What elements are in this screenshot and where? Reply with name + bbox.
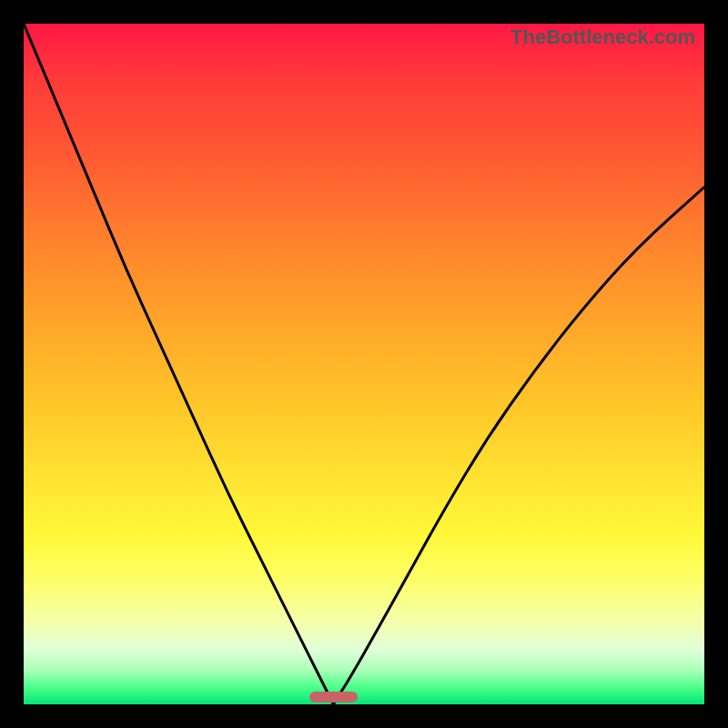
bottleneck-curve [24, 24, 704, 704]
chart-plot-area: TheBottleneck.com [24, 24, 704, 704]
watermark-text: TheBottleneck.com [511, 25, 695, 49]
optimal-range-marker [309, 692, 357, 703]
chart-outer-frame: TheBottleneck.com [0, 0, 728, 728]
